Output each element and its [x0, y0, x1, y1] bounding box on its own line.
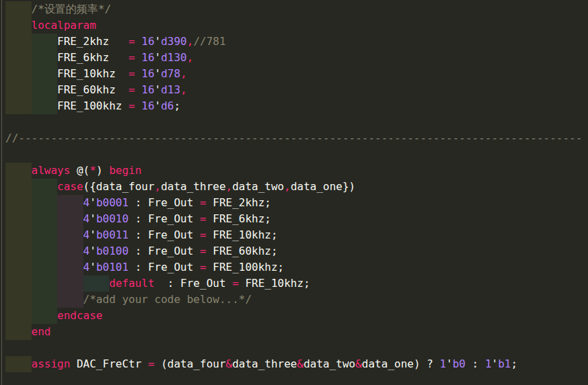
code-token: =	[232, 277, 239, 290]
code-token: : Fre_Out	[128, 212, 200, 225]
code-line[interactable]: //--------------------------------------…	[5, 130, 588, 146]
code-text: 4'b0011 : Fre_Out = FRE_10khz;	[83, 227, 278, 243]
code-token: ,	[226, 180, 233, 193]
code-line[interactable]: FRE_2khz = 16'd390,//781	[5, 34, 588, 50]
code-token: &	[226, 357, 233, 370]
code-line[interactable]: FRE_10khz = 16'd78,	[5, 66, 588, 82]
code-token: b0010	[96, 212, 128, 225]
code-token: =	[200, 228, 207, 241]
code-line[interactable]: FRE_6khz = 16'd130,	[5, 50, 588, 66]
indent-highlight	[5, 1, 32, 17]
code-line[interactable]: FRE_100khz = 16'd6;	[5, 98, 588, 114]
code-line[interactable]: case({data_four,data_three,data_two,data…	[5, 179, 588, 195]
code-token: default	[109, 277, 154, 290]
indent-highlight	[5, 243, 32, 259]
indent-highlight	[57, 292, 83, 308]
indent-highlight	[32, 308, 58, 324]
code-token: =	[128, 67, 135, 80]
code-line[interactable]	[5, 114, 588, 130]
code-token: =	[128, 99, 135, 112]
code-token: //781	[193, 35, 225, 48]
code-line[interactable]: endcase	[5, 308, 588, 324]
code-token: d78	[161, 67, 180, 80]
code-line[interactable]: default : Fre_Out = FRE_10khz;	[5, 275, 588, 292]
code-text: end	[32, 324, 51, 340]
code-line[interactable]: assign DAC_FreCtr = (data_four&data_thre…	[5, 356, 588, 372]
indent-highlight	[5, 324, 32, 340]
code-line[interactable]: /*add your code below...*/	[5, 292, 588, 308]
code-token: data_one})	[291, 180, 355, 193]
code-text: default : Fre_Out = FRE_10khz;	[109, 275, 310, 292]
code-token: ;	[511, 357, 517, 370]
code-token: :	[466, 357, 485, 370]
indent-highlight	[32, 243, 58, 259]
code-line[interactable]: always @(*) begin	[5, 163, 588, 179]
code-line[interactable]: 4'b0100 : Fre_Out = FRE_60khz;	[5, 243, 588, 259]
indent-highlight	[5, 17, 32, 34]
code-token: : Fre_Out	[128, 196, 200, 209]
code-line[interactable]: 4'b0101 : Fre_Out = FRE_100khz;	[5, 259, 588, 275]
code-token: '	[89, 212, 96, 225]
code-token: FRE_60khz	[57, 83, 128, 96]
code-token: d6	[161, 99, 174, 112]
code-area[interactable]: /*设置的频率*/localparamFRE_2khz = 16'd390,//…	[5, 1, 588, 385]
code-token: '	[155, 67, 161, 80]
indent-highlight	[5, 66, 32, 82]
code-line[interactable]: FRE_60khz = 16'd13,	[5, 82, 588, 98]
code-token: FRE_10khz;	[207, 228, 278, 241]
code-token: b0001	[96, 196, 128, 209]
indent-highlight	[5, 98, 32, 114]
indent-highlight	[32, 50, 58, 66]
code-text: endcase	[57, 308, 102, 324]
code-token: DAC_FreCtr	[70, 357, 148, 370]
code-line[interactable]: 4'b0010 : Fre_Out = FRE_6khz;	[5, 211, 588, 227]
code-token	[135, 67, 142, 80]
code-token: 16	[141, 35, 154, 48]
code-line[interactable]	[5, 146, 588, 163]
code-text: case({data_four,data_three,data_two,data…	[57, 179, 355, 195]
code-token: endcase	[57, 309, 102, 322]
code-line[interactable]: 4'b0011 : Fre_Out = FRE_10khz;	[5, 227, 588, 243]
indent-highlight	[5, 195, 32, 211]
indent-highlight	[32, 195, 58, 211]
code-token	[135, 35, 142, 48]
code-token: 16	[141, 67, 154, 80]
code-token: assign	[32, 357, 71, 370]
code-editor[interactable]: /*设置的频率*/localparamFRE_2khz = 16'd390,//…	[0, 0, 588, 385]
code-line[interactable]	[5, 340, 588, 356]
indent-highlight	[5, 163, 32, 179]
indent-highlight	[5, 356, 32, 372]
code-token: b1	[498, 357, 511, 370]
code-line[interactable]: 4'b0001 : Fre_Out = FRE_2khz;	[5, 195, 588, 211]
code-line[interactable]: /*设置的频率*/	[5, 1, 588, 17]
code-token: ;	[174, 99, 180, 112]
code-token: '	[89, 245, 96, 257]
indent-highlight	[57, 227, 83, 243]
code-token: ,	[187, 35, 194, 48]
code-token: FRE_6khz	[57, 51, 128, 64]
code-token: =	[200, 261, 207, 273]
code-token: data_three	[232, 357, 297, 370]
indent-highlight	[5, 275, 32, 292]
code-line[interactable]: localparam	[5, 17, 588, 34]
indent-highlight	[5, 82, 32, 98]
code-text: FRE_10khz = 16'd78,	[57, 66, 187, 82]
code-text: 4'b0101 : Fre_Out = FRE_100khz;	[83, 259, 285, 275]
indent-highlight	[32, 179, 58, 195]
indent-highlight	[57, 275, 83, 292]
indent-highlight	[57, 259, 83, 275]
code-token	[135, 83, 142, 96]
code-token: FRE_100khz;	[207, 261, 285, 273]
code-token: data_two	[232, 180, 284, 193]
code-token: ,	[155, 180, 161, 193]
code-token: 16	[141, 51, 154, 64]
indent-highlight	[57, 243, 83, 259]
code-token: @(	[70, 164, 89, 177]
code-token: '	[446, 357, 453, 370]
code-token: data_one) ?	[362, 357, 440, 370]
code-line[interactable]: end	[5, 324, 588, 340]
code-token: d390	[161, 35, 187, 48]
code-text: FRE_60khz = 16'd13,	[57, 82, 187, 98]
code-token: b0100	[96, 245, 128, 257]
code-token: /*设置的频率*/	[32, 3, 112, 15]
